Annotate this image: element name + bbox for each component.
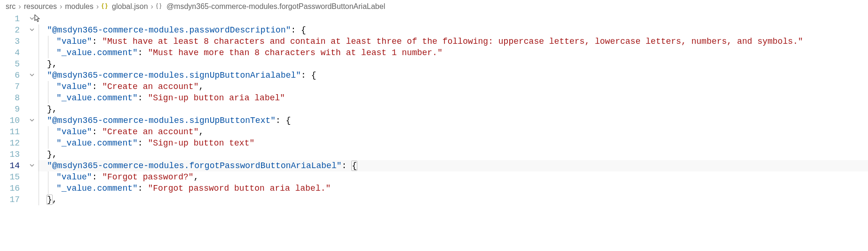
indent-guide <box>48 92 48 104</box>
indent-guide <box>39 36 39 47</box>
json-string: "Forgot password button aria label." <box>148 184 331 193</box>
fold-chevron-icon[interactable] <box>29 116 35 127</box>
line-number[interactable]: 15 <box>0 171 20 183</box>
indent-guide <box>39 24 39 36</box>
fold-chevron-icon[interactable] <box>29 161 35 172</box>
indent-guide <box>39 171 39 183</box>
indent-guide <box>39 81 39 92</box>
json-string: "Sign-up button aria label" <box>148 93 285 103</box>
code-line[interactable]: "@msdyn365-commerce-modules.signUpButton… <box>38 115 868 126</box>
indent-guide <box>39 160 39 171</box>
json-key: "@msdyn365-commerce-modules.forgotPasswo… <box>47 161 342 170</box>
line-number[interactable]: 13 <box>0 149 20 160</box>
breadcrumb-file[interactable]: global.json <box>112 2 148 11</box>
json-punct: : { <box>276 116 291 125</box>
indent-guide <box>48 126 48 138</box>
code-line[interactable]: }, <box>38 149 868 160</box>
breadcrumb-resources[interactable]: resources <box>24 2 57 11</box>
code-line[interactable]: "_value.comment": "Sign-up button aria l… <box>38 92 868 104</box>
json-punct: }, <box>47 59 57 69</box>
line-number[interactable]: 5 <box>0 58 20 70</box>
json-punct: , <box>198 82 204 91</box>
indent-guide <box>39 126 39 138</box>
indent-guide <box>39 47 39 58</box>
indent-guide <box>48 183 48 194</box>
json-punct: : <box>92 82 103 91</box>
chevron-right-icon: › <box>96 2 99 11</box>
json-punct: : <box>92 37 103 46</box>
code-line[interactable]: "_value.comment": "Must have more than 8… <box>38 47 868 58</box>
line-number[interactable]: 16 <box>0 183 20 194</box>
code-line[interactable]: }, <box>38 104 868 115</box>
line-number[interactable]: 11 <box>0 126 20 138</box>
json-string: "Must have at least 8 characters and con… <box>102 37 803 46</box>
json-punct: : <box>138 93 148 103</box>
fold-column[interactable] <box>28 13 36 205</box>
code-line[interactable]: "@msdyn365-commerce-modules.forgotPasswo… <box>38 160 868 171</box>
json-string: "Create an account" <box>102 82 198 91</box>
json-punct: : <box>92 127 103 137</box>
line-number[interactable]: 10 <box>0 115 20 126</box>
json-key: "@msdyn365-commerce-modules.passwordDesc… <box>47 25 291 35</box>
breadcrumb-symbol[interactable]: @msdyn365-commerce-modules.forgotPasswor… <box>166 2 385 11</box>
fold-chevron-icon[interactable] <box>29 71 35 82</box>
line-number[interactable]: 3 <box>0 36 20 47</box>
code-line[interactable]: "_value.comment": "Forgot password butto… <box>38 183 868 194</box>
line-number[interactable]: 14 <box>0 160 20 171</box>
line-number[interactable]: 7 <box>0 81 20 92</box>
line-number[interactable]: 17 <box>0 194 20 205</box>
json-file-icon: { } <box>102 2 109 11</box>
json-punct: }, <box>47 105 57 114</box>
code-line[interactable] <box>38 13 868 24</box>
code-line[interactable]: "value": "Must have at least 8 character… <box>38 36 868 47</box>
indent-guide <box>48 36 48 47</box>
json-punct: }, <box>47 150 57 159</box>
code-line[interactable]: "@msdyn365-commerce-modules.passwordDesc… <box>38 24 868 36</box>
json-punct: : <box>138 48 148 57</box>
indent-guide <box>39 104 39 115</box>
json-key: "_value.comment" <box>56 138 138 148</box>
json-key: "_value.comment" <box>56 93 138 103</box>
code-editor[interactable]: 1234567891011121314151617 "@msdyn365-com… <box>0 13 868 205</box>
line-number[interactable]: 8 <box>0 92 20 104</box>
line-number[interactable]: 9 <box>0 104 20 115</box>
indent-guide <box>39 183 39 194</box>
breadcrumb-src[interactable]: src <box>6 2 16 11</box>
line-number[interactable]: 2 <box>0 24 20 36</box>
breadcrumb: src › resources › modules › { } global.j… <box>0 0 868 13</box>
json-key: "@msdyn365-commerce-modules.signUpButton… <box>47 71 301 80</box>
indent-guide <box>48 81 48 92</box>
json-string: "Must have more than 8 characters with a… <box>148 48 442 57</box>
code-line[interactable]: "@msdyn365-commerce-modules.signUpButton… <box>38 70 868 81</box>
code-line[interactable]: }, <box>38 194 868 205</box>
json-key: "value" <box>56 172 92 182</box>
code-content[interactable]: "@msdyn365-commerce-modules.passwordDesc… <box>36 13 868 205</box>
code-line[interactable]: "value": "Create an account", <box>38 81 868 92</box>
json-key: "value" <box>56 127 92 137</box>
indent-guide <box>39 149 39 160</box>
line-number-gutter[interactable]: 1234567891011121314151617 <box>0 13 28 205</box>
code-line[interactable]: "value": "Forgot password?", <box>38 171 868 183</box>
json-key: "_value.comment" <box>56 184 138 193</box>
json-symbol-icon: { } <box>156 2 164 11</box>
json-punct: , <box>52 195 57 204</box>
chevron-right-icon: › <box>151 2 153 11</box>
line-number[interactable]: 12 <box>0 138 20 149</box>
code-line[interactable]: "value": "Create an account", <box>38 126 868 138</box>
json-key: "value" <box>56 82 92 91</box>
indent-guide <box>48 138 48 149</box>
indent-guide <box>39 92 39 104</box>
json-string: "Sign-up button text" <box>148 138 254 148</box>
line-number[interactable]: 6 <box>0 70 20 81</box>
fold-chevron-icon[interactable] <box>29 25 35 37</box>
code-line[interactable]: }, <box>38 58 868 70</box>
chevron-right-icon: › <box>60 2 62 11</box>
indent-guide <box>48 171 48 183</box>
line-number[interactable]: 4 <box>0 47 20 58</box>
line-number[interactable]: 1 <box>0 13 20 24</box>
breadcrumb-modules[interactable]: modules <box>65 2 93 11</box>
json-key: "value" <box>56 37 92 46</box>
json-string: "Create an account" <box>102 127 198 137</box>
code-line[interactable]: "_value.comment": "Sign-up button text" <box>38 138 868 149</box>
json-punct: : <box>342 161 352 170</box>
